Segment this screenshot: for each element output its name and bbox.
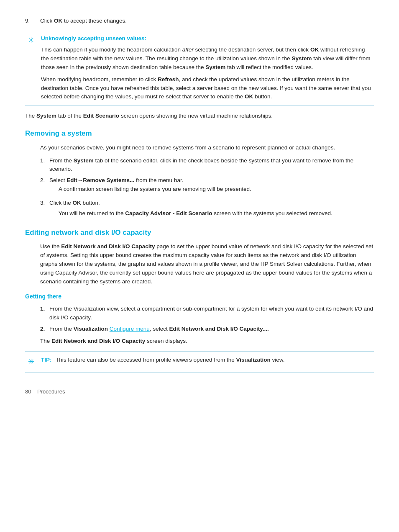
footer-section: Procedures bbox=[37, 388, 65, 395]
step3-content: Click the OK button. You will be returne… bbox=[49, 199, 332, 218]
getting-there-steps: 1. From the Visualization view, select a… bbox=[40, 305, 374, 334]
section2-heading: Editing network and disk I/O capacity bbox=[25, 227, 374, 238]
tip-block-feature: ✳ TIP: This feature can also be accessed… bbox=[25, 351, 374, 373]
tip-title-1: Unknowingly accepting unseen values: bbox=[41, 35, 146, 41]
sub-heading-getting-there: Getting there bbox=[25, 292, 374, 301]
tip-text-1: Unknowingly accepting unseen values: Thi… bbox=[41, 34, 374, 101]
step9-number: 9. bbox=[25, 17, 40, 26]
page-number: 80 bbox=[25, 388, 31, 395]
configure-menu-link[interactable]: Configure menu bbox=[110, 326, 150, 332]
step1-num: 1. bbox=[40, 157, 49, 174]
section1-intro: As your scenarios evolve, you might need… bbox=[40, 144, 374, 152]
tip-para-2: When modifying headroom, remember to cli… bbox=[41, 75, 374, 102]
step2-sub: A confirmation screen listing the system… bbox=[59, 185, 251, 194]
gt-step2-num: 2. bbox=[40, 325, 49, 334]
step2-content: Select Edit→Remove Systems... from the m… bbox=[49, 176, 251, 196]
step2-text: Select Edit→Remove Systems... from the m… bbox=[49, 176, 251, 185]
step1-text: From the System tab of the scenario edit… bbox=[49, 157, 374, 174]
getting-there-step2: 2. From the Visualization Configure menu… bbox=[40, 325, 374, 334]
page-footer: 80 Procedures bbox=[25, 388, 374, 396]
step3-num: 3. bbox=[40, 199, 49, 218]
section2-intro: Use the Edit Network and Disk I/O Capaci… bbox=[40, 242, 374, 286]
tip-para-1: This can happen if you modify the headro… bbox=[41, 46, 374, 72]
tip-text-2: TIP: This feature can also be accessed f… bbox=[41, 356, 374, 365]
gt-step1-num: 1. bbox=[40, 305, 49, 322]
section1-heading: Removing a system bbox=[25, 128, 374, 139]
screen-note: The Edit Network and Disk I/O Capacity s… bbox=[40, 337, 374, 346]
system-tab-note: The System tab of the Edit Scenario scre… bbox=[25, 112, 374, 121]
tip-content-2: This feature can also be accessed from p… bbox=[56, 357, 285, 363]
section1-steps: 1. From the System tab of the scenario e… bbox=[40, 157, 374, 218]
gt-step1-text: From the Visualization view, select a co… bbox=[49, 305, 374, 322]
getting-there-step1: 1. From the Visualization view, select a… bbox=[40, 305, 374, 322]
step2-num: 2. bbox=[40, 176, 49, 196]
section-removing-system: Removing a system As your scenarios evol… bbox=[25, 128, 374, 218]
section1-step3: 3. Click the OK button. You will be retu… bbox=[40, 199, 374, 218]
section-editing-network: Editing network and disk I/O capacity Us… bbox=[25, 227, 374, 373]
tip-block-unknowingly: ✳ Unknowingly accepting unseen values: T… bbox=[25, 30, 374, 106]
step9-text: Click OK to accept these changes. bbox=[40, 17, 127, 26]
section1-step1: 1. From the System tab of the scenario e… bbox=[40, 157, 374, 174]
step3-text: Click the OK button. bbox=[49, 199, 332, 208]
tip-label-2: TIP: bbox=[41, 357, 52, 363]
tip-icon-1: ✳ bbox=[25, 35, 37, 46]
tip-icon-2: ✳ bbox=[25, 356, 37, 368]
step3-sub: You will be returned to the Capacity Adv… bbox=[59, 209, 332, 218]
gt-step2-text: From the Visualization Configure menu, s… bbox=[49, 325, 269, 334]
section1-step2: 2. Select Edit→Remove Systems... from th… bbox=[40, 176, 374, 196]
